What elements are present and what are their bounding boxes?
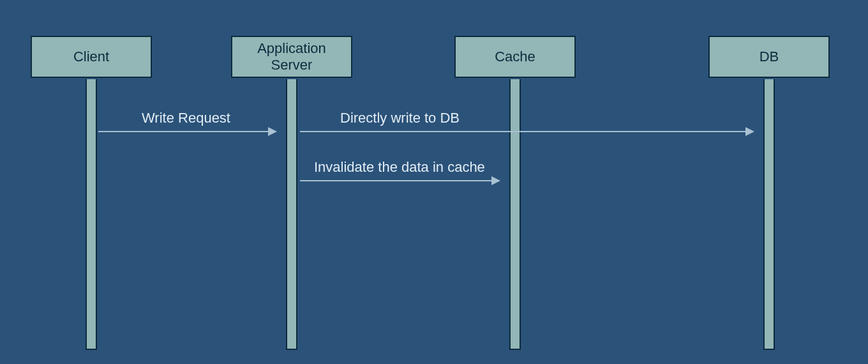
message-write-request-arrow — [98, 131, 276, 132]
actor-appserver-label: Application Server — [257, 40, 326, 74]
lifeline-appserver — [286, 79, 297, 350]
actor-cache: Cache — [454, 36, 576, 78]
message-write-db-arrow — [300, 131, 753, 132]
message-invalidate-cache-label: Invalidate the data in cache — [314, 159, 485, 176]
lifeline-db — [763, 79, 775, 350]
actor-client-label: Client — [73, 49, 109, 65]
actor-appserver: Application Server — [231, 36, 352, 78]
actor-db-label: DB — [760, 49, 779, 65]
message-invalidate-cache-arrow — [300, 180, 499, 181]
message-write-db-label: Directly write to DB — [340, 110, 460, 126]
actor-db: DB — [708, 36, 830, 78]
actor-client: Client — [31, 36, 152, 78]
lifeline-client — [86, 79, 97, 350]
lifeline-cache — [509, 79, 521, 350]
message-write-request-label: Write Request — [142, 110, 230, 126]
actor-cache-label: Cache — [495, 49, 535, 65]
